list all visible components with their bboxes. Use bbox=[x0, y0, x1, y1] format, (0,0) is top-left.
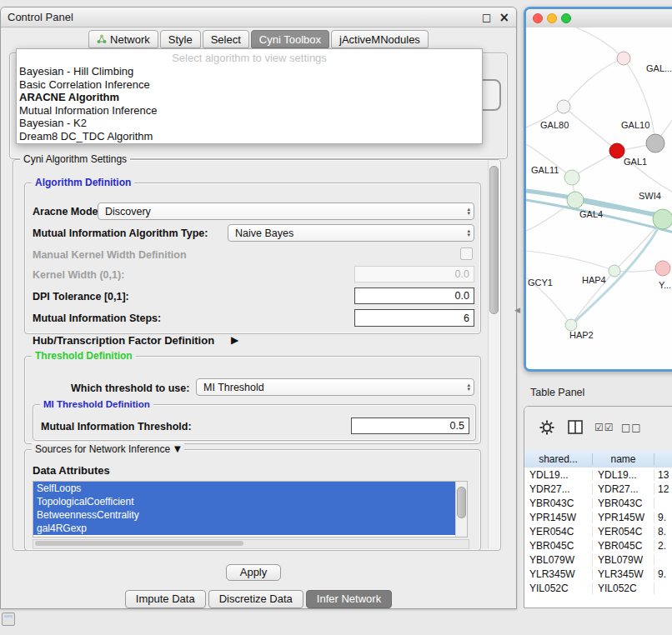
group-title: Sources for Network Inference ▼ bbox=[32, 443, 184, 455]
list-item-selected[interactable]: SelfLoops bbox=[33, 482, 455, 495]
dropdown-item[interactable]: Basic Correlation Inference bbox=[17, 78, 482, 92]
manual-kernel-width-label: Manual Kernel Width Definition bbox=[33, 249, 187, 261]
data-attributes-label: Data Attributes bbox=[33, 464, 110, 477]
node-label[interactable]: SWI4 bbox=[639, 191, 661, 201]
mi-algorithm-type-label: Mutual Information Algorithm Type: bbox=[33, 228, 208, 239]
tab-network[interactable]: Network bbox=[88, 30, 158, 48]
node-label[interactable]: GAL4 bbox=[579, 209, 603, 219]
close-icon[interactable]: × bbox=[499, 10, 509, 25]
float-window-icon[interactable]: □ bbox=[482, 12, 491, 23]
node-white bbox=[557, 100, 570, 113]
window-title: Control Panel bbox=[8, 11, 73, 23]
data-attributes-list[interactable]: SelfLoops TopologicalCoefficient Between… bbox=[33, 481, 468, 538]
gear-icon[interactable] bbox=[539, 420, 554, 435]
node-label[interactable]: Y... bbox=[659, 280, 671, 290]
close-traffic-light[interactable] bbox=[533, 13, 543, 23]
dropdown-item[interactable]: Mutual Information Inference bbox=[17, 104, 482, 118]
table-row[interactable]: YBR043CYBR043C bbox=[524, 496, 672, 510]
control-panel-tabs: Network Style Select Cyni Toolbox jActiv… bbox=[1, 30, 516, 48]
dropdown-item[interactable]: Bayesian - K2 bbox=[17, 117, 482, 130]
node-label[interactable]: GAL1 bbox=[624, 157, 647, 167]
which-threshold-combo[interactable]: MI Threshold ▴▾ bbox=[196, 378, 474, 396]
minimize-traffic-light[interactable] bbox=[547, 13, 557, 23]
tab-style[interactable]: Style bbox=[160, 30, 201, 48]
group-title: Threshold Definition bbox=[32, 350, 136, 362]
table-row[interactable]: YLR345WYLR345W9. bbox=[524, 567, 672, 581]
dropdown-item[interactable]: Dream8 DC_TDC Algorithm bbox=[17, 130, 482, 143]
node-gal10-red bbox=[609, 143, 624, 158]
dropdown-item-selected[interactable]: ARACNE Algorithm bbox=[17, 91, 482, 104]
node-gray bbox=[646, 134, 664, 152]
tab-infer-network[interactable]: Infer Network bbox=[306, 590, 392, 608]
group-title: MI Threshold Definition bbox=[40, 398, 153, 410]
node-pale-green bbox=[564, 170, 579, 185]
select-all-checkboxes-icon[interactable]: ☑☑ bbox=[594, 422, 614, 433]
mi-steps-label: Mutual Information Steps: bbox=[33, 312, 161, 324]
table-row[interactable]: YBL079WYBL079W bbox=[524, 552, 672, 567]
mi-algorithm-type-combo[interactable]: Naive Bayes ▴▾ bbox=[228, 224, 474, 242]
node-label[interactable]: GCY1 bbox=[528, 278, 553, 288]
aracne-mode-label: Aracne Mode: bbox=[33, 206, 102, 218]
combo-arrows-icon: ▴▾ bbox=[467, 383, 470, 392]
node-label[interactable]: GAL... bbox=[646, 63, 672, 73]
settings-scrollbar-thumb[interactable] bbox=[489, 166, 499, 314]
combo-value: Discovery bbox=[105, 206, 151, 218]
table-row[interactable]: YIL052CYIL052C bbox=[524, 581, 672, 595]
table-panel-title: Table Panel bbox=[530, 387, 584, 398]
control-panel-titlebar[interactable]: Control Panel □ × bbox=[1, 8, 516, 28]
collapsed-panel-icon[interactable] bbox=[2, 612, 15, 626]
dpi-tolerance-field[interactable] bbox=[354, 288, 474, 304]
tab-impute-data[interactable]: Impute Data bbox=[125, 590, 206, 608]
node-label[interactable]: GAL80 bbox=[540, 120, 569, 130]
combo-arrows-icon: ▴▾ bbox=[467, 229, 470, 238]
tab-label: Network bbox=[110, 33, 150, 46]
collapse-down-icon[interactable]: ▼ bbox=[174, 443, 181, 455]
splitter-collapse-icon[interactable]: ◀ bbox=[514, 306, 520, 314]
node-label[interactable]: HAP4 bbox=[582, 275, 606, 285]
mi-steps-field[interactable] bbox=[354, 309, 474, 327]
desktop: Control Panel □ × Network Style Select C… bbox=[0, 0, 672, 635]
dropdown-placeholder: Select algorithm to view settings bbox=[17, 51, 482, 65]
list-item-selected[interactable]: BetweennessCentrality bbox=[33, 508, 455, 522]
tab-cyni-toolbox[interactable]: Cyni Toolbox bbox=[251, 30, 329, 48]
node-label[interactable]: GAL10 bbox=[621, 120, 649, 130]
dpi-tolerance-label: DPI Tolerance [0,1]: bbox=[33, 291, 129, 302]
group-title: Cyni Algorithm Settings bbox=[20, 153, 130, 165]
column-header-shared-name[interactable]: shared... bbox=[524, 453, 593, 465]
table-panel-window: ☑☑ □□ shared... name YDL19...YDL19...13 … bbox=[524, 406, 672, 608]
node-label[interactable]: HAP2 bbox=[569, 330, 594, 340]
columns-icon[interactable] bbox=[568, 420, 583, 434]
list-item-selected[interactable]: TopologicalCoefficient bbox=[33, 495, 455, 508]
node-hap4-green bbox=[609, 265, 620, 277]
tab-discretize-data[interactable]: Discretize Data bbox=[208, 590, 303, 608]
expand-right-icon[interactable]: ▶ bbox=[231, 334, 238, 346]
list-scrollbar[interactable] bbox=[455, 482, 467, 537]
aracne-mode-combo[interactable]: Discovery ▴▾ bbox=[98, 202, 474, 220]
table-row[interactable]: YDL19...YDL19...13 bbox=[524, 468, 672, 482]
zoom-traffic-light[interactable] bbox=[561, 13, 571, 23]
list-hscrollbar-thumb[interactable] bbox=[35, 541, 243, 546]
tab-jactivemnodules[interactable]: jActiveMNodules bbox=[331, 30, 429, 48]
list-item-selected[interactable]: gal4RGexp bbox=[33, 522, 455, 535]
network-window-titlebar[interactable] bbox=[526, 9, 672, 28]
list-items: SelfLoops TopologicalCoefficient Between… bbox=[33, 482, 455, 537]
tab-select[interactable]: Select bbox=[203, 30, 249, 48]
column-header-name[interactable]: name bbox=[593, 453, 654, 465]
settings-scrollbar[interactable] bbox=[488, 160, 499, 548]
table-row[interactable]: YPR145WYPR145W9. bbox=[524, 510, 672, 524]
tab-label: jActiveMNodules bbox=[339, 33, 420, 46]
apply-button[interactable]: Apply bbox=[226, 564, 281, 581]
list-scrollbar-thumb[interactable] bbox=[457, 487, 466, 518]
dropdown-item[interactable]: Bayesian - Hill Climbing bbox=[17, 65, 482, 78]
group-title: Algorithm Definition bbox=[32, 177, 134, 188]
mi-threshold-field[interactable] bbox=[351, 418, 469, 434]
node-label[interactable]: GAL11 bbox=[531, 165, 559, 175]
table-row[interactable]: YER054CYER054C8. bbox=[524, 524, 672, 538]
deselect-all-checkboxes-icon[interactable]: □□ bbox=[621, 422, 642, 433]
list-hscrollbar[interactable] bbox=[33, 539, 469, 549]
hub-definition-label[interactable]: Hub/Transcription Factor Definition bbox=[33, 334, 214, 347]
table-row[interactable]: YBR045CYBR045C2. bbox=[524, 538, 672, 552]
network-canvas[interactable]: GAL... GAL80 GAL10 GAL11 GAL1 SWI4 GAL4 … bbox=[526, 28, 672, 369]
table-row[interactable]: YDR27...YDR27...12 bbox=[524, 482, 672, 496]
combo-value: MI Threshold bbox=[203, 382, 264, 393]
